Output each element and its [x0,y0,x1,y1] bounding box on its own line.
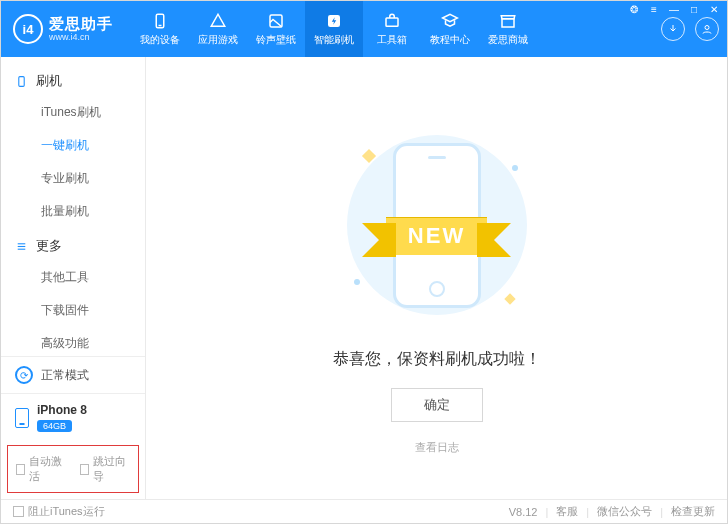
checkbox-icon [80,464,89,475]
svg-rect-4 [386,18,398,26]
nav-label: 铃声壁纸 [256,33,296,47]
phone-icon [151,12,169,30]
status-bar: 阻止iTunes运行 V8.12 | 客服 | 微信公众号 | 检查更新 [1,499,727,523]
device-name: iPhone 8 [37,403,87,417]
sidebar-item-advanced[interactable]: 高级功能 [1,327,145,356]
sidebar-item-other-tools[interactable]: 其他工具 [1,261,145,294]
device-mode-label: 正常模式 [41,367,89,384]
sidebar-item-batch-flash[interactable]: 批量刷机 [1,195,145,228]
sidebar: 刷机 iTunes刷机 一键刷机 专业刷机 批量刷机 更多 其 [1,57,146,499]
device-storage-badge: 64GB [37,420,72,432]
svg-rect-6 [19,77,24,87]
sidebar-item-pro-flash[interactable]: 专业刷机 [1,162,145,195]
options-highlight-box: 自动激活 跳过向导 [7,445,139,493]
logo-badge-icon: i4 [13,14,43,44]
nav-store[interactable]: 爱思商城 [479,1,537,57]
refresh-icon: ⟳ [15,366,33,384]
sidebar-item-download-firmware[interactable]: 下载固件 [1,294,145,327]
svg-point-5 [705,26,709,30]
nav-toolbox[interactable]: 工具箱 [363,1,421,57]
new-ribbon: NEW [386,217,487,255]
checkbox-label: 阻止iTunes运行 [28,504,105,519]
nav-label: 教程中心 [430,33,470,47]
confirm-button[interactable]: 确定 [391,388,483,422]
sidebar-item-one-click-flash[interactable]: 一键刷机 [1,129,145,162]
brand-name: 爱思助手 [49,16,113,31]
wechat-link[interactable]: 微信公众号 [597,504,652,519]
nav-label: 工具箱 [377,33,407,47]
main-content: NEW 恭喜您，保资料刷机成功啦！ 确定 查看日志 [146,57,727,499]
minimize-icon[interactable]: — [667,3,681,15]
menu-icon[interactable]: ≡ [647,3,661,15]
tshirt-icon[interactable]: ❂ [627,3,641,15]
checkbox-label: 跳过向导 [93,454,130,484]
wallpaper-icon [267,12,285,30]
check-update-link[interactable]: 检查更新 [671,504,715,519]
nav-label: 我的设备 [140,33,180,47]
phone-outline-icon [15,408,29,428]
checkbox-icon [13,506,24,517]
support-link[interactable]: 客服 [556,504,578,519]
checkbox-icon [16,464,25,475]
ribbon-label: NEW [386,217,487,255]
toolbox-icon [383,12,401,30]
nav-tutorials[interactable]: 教程中心 [421,1,479,57]
view-log-link[interactable]: 查看日志 [415,440,459,455]
nav-ring-wallpaper[interactable]: 铃声壁纸 [247,1,305,57]
device-phone-icon [15,75,28,88]
flash-icon [325,12,343,30]
download-icon [667,23,679,35]
nav-smart-flash[interactable]: 智能刷机 [305,1,363,57]
top-nav: 我的设备 应用游戏 铃声壁纸 智能刷机 工具箱 教程中心 [131,1,537,57]
device-panel[interactable]: iPhone 8 64GB [1,393,145,441]
app-version: V8.12 [509,506,538,518]
user-icon [701,23,713,35]
auto-activate-checkbox[interactable]: 自动激活 [16,454,66,484]
sidebar-group-title: 更多 [36,238,62,255]
sidebar-item-itunes-flash[interactable]: iTunes刷机 [1,96,145,129]
checkbox-label: 自动激活 [29,454,66,484]
store-icon [499,12,517,30]
nav-label: 应用游戏 [198,33,238,47]
nav-label: 爱思商城 [488,33,528,47]
skip-wizard-checkbox[interactable]: 跳过向导 [80,454,130,484]
close-icon[interactable]: ✕ [707,3,721,15]
app-header: ❂ ≡ — □ ✕ i4 爱思助手 www.i4.cn 我的设备 应用游戏 [1,1,727,57]
nav-apps-games[interactable]: 应用游戏 [189,1,247,57]
tutorial-icon [441,12,459,30]
account-button[interactable] [695,17,719,41]
success-message: 恭喜您，保资料刷机成功啦！ [333,349,541,370]
list-icon [15,240,28,253]
apps-icon [209,12,227,30]
nav-my-device[interactable]: 我的设备 [131,1,189,57]
nav-label: 智能刷机 [314,33,354,47]
success-illustration: NEW [322,125,552,325]
app-logo: i4 爱思助手 www.i4.cn [13,14,113,44]
brand-site: www.i4.cn [49,33,113,42]
sidebar-group-title: 刷机 [36,73,62,90]
maximize-icon[interactable]: □ [687,3,701,15]
block-itunes-checkbox[interactable]: 阻止iTunes运行 [13,504,105,519]
device-mode[interactable]: ⟳ 正常模式 [1,356,145,393]
sparkle-icon [504,293,515,304]
sidebar-group-flash: 刷机 [1,67,145,96]
sidebar-group-more: 更多 [1,232,145,261]
download-button[interactable] [661,17,685,41]
